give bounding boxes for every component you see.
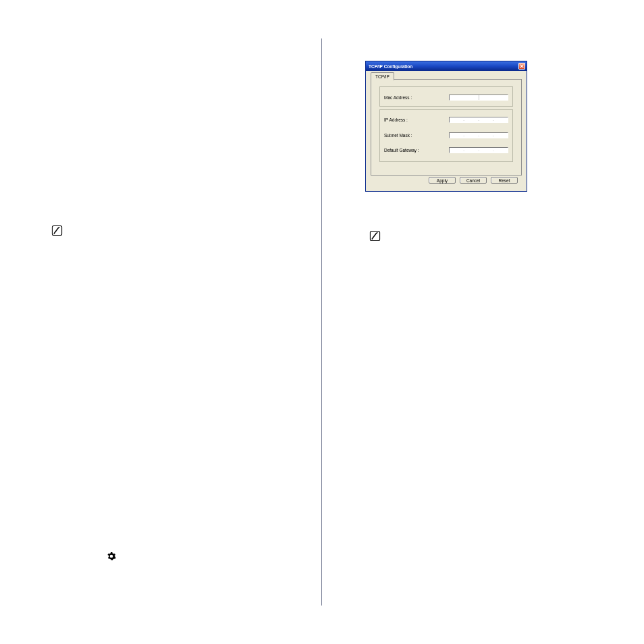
dialog-client: TCP/IP Mac Address : IP Address : . . (368, 71, 525, 189)
ip-row: IP Address : . . . (380, 115, 512, 124)
window-title: TCP/IP Configuration (369, 64, 518, 69)
cancel-button[interactable]: Cancel (460, 177, 487, 184)
ip-group: IP Address : . . . Subnet Mask : . . . (379, 109, 513, 162)
tcpip-dialog: TCP/IP Configuration TCP/IP Mac Address … (365, 61, 527, 192)
ip-field[interactable]: . . . (449, 117, 508, 123)
close-button[interactable] (518, 63, 525, 70)
octet-dot: . (478, 117, 479, 122)
tab-panel: Mac Address : IP Address : . . . Sub (371, 79, 522, 176)
octet-dot: . (493, 117, 494, 122)
note-icon (51, 225, 63, 236)
titlebar[interactable]: TCP/IP Configuration (366, 61, 527, 71)
dialog-buttons: Apply Cancel Reset (368, 177, 525, 186)
mac-separator (479, 95, 479, 100)
octet-dot: . (463, 148, 464, 152)
apply-button[interactable]: Apply (429, 177, 456, 184)
mac-label: Mac Address : (384, 95, 412, 100)
mac-row: Mac Address : (380, 93, 512, 101)
octet-dot: . (478, 133, 479, 137)
subnet-label: Subnet Mask : (384, 133, 412, 138)
reset-button[interactable]: Reset (491, 177, 518, 184)
mac-group: Mac Address : (379, 86, 513, 107)
octet-dot: . (493, 148, 494, 152)
close-icon (520, 64, 524, 68)
note-icon (369, 230, 381, 242)
subnet-row: Subnet Mask : . . . (380, 131, 512, 139)
column-divider (321, 38, 322, 606)
octet-dot: . (463, 133, 464, 137)
tabstrip: TCP/IP (371, 72, 394, 80)
gateway-label: Default Gateway : (384, 148, 419, 153)
ip-label: IP Address : (384, 117, 408, 122)
svg-rect-2 (52, 225, 61, 235)
gear-icon (107, 552, 116, 561)
subnet-field[interactable]: . . . (449, 132, 508, 138)
octet-dot: . (493, 133, 494, 137)
octet-dot: . (478, 148, 479, 152)
tab-tcpip[interactable]: TCP/IP (371, 72, 394, 80)
gateway-field[interactable]: . . . (449, 147, 508, 153)
octet-dot: . (463, 117, 464, 122)
svg-rect-3 (370, 231, 379, 240)
gateway-row: Default Gateway : . . . (380, 146, 512, 154)
mac-field[interactable] (449, 95, 508, 101)
